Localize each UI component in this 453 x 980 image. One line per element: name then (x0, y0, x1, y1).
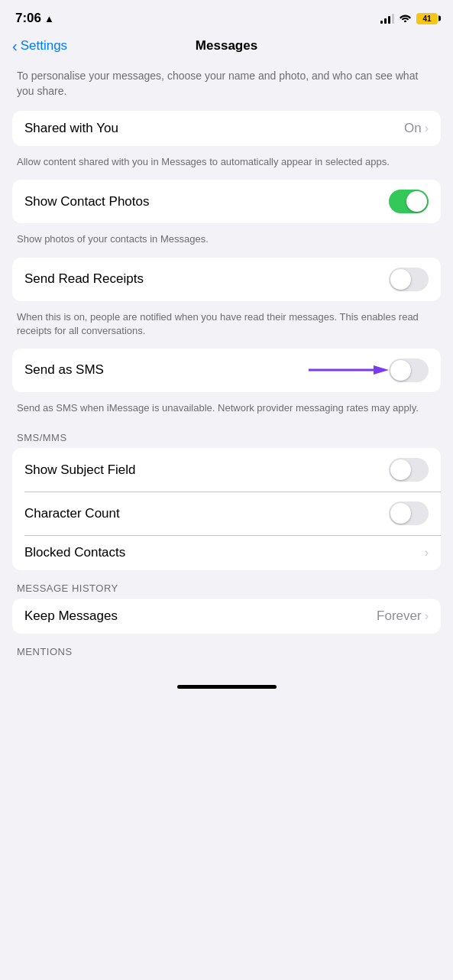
intro-description: To personalise your messages, choose you… (12, 63, 441, 111)
signal-bars (380, 13, 394, 24)
chevron-right-icon: › (425, 609, 429, 623)
toggle-thumb (390, 269, 411, 290)
send-as-sms-toggle[interactable] (389, 359, 429, 382)
signal-bar-2 (384, 18, 387, 24)
show-contact-photos-row: Show Contact Photos (12, 180, 441, 223)
shared-with-you-status: On (404, 121, 422, 136)
show-contact-photos-card: Show Contact Photos (12, 180, 441, 223)
shared-with-you-card: Shared with You On › (12, 111, 441, 146)
home-bar (177, 685, 277, 689)
send-as-sms-label: Send as SMS (24, 362, 104, 378)
back-button[interactable]: ‹ Settings (12, 37, 67, 55)
send-read-receipts-toggle[interactable] (389, 268, 429, 291)
shared-with-you-description: Allow content shared with you in Message… (12, 152, 441, 180)
signal-bar-3 (388, 16, 390, 24)
wifi-icon (399, 12, 412, 24)
svg-marker-1 (374, 365, 389, 375)
signal-bar-1 (380, 21, 383, 24)
toggle-thumb (390, 459, 411, 480)
show-contact-photos-label: Show Contact Photos (24, 194, 149, 209)
blocked-contacts-row[interactable]: Blocked Contacts › (12, 535, 441, 570)
keep-messages-value: Forever › (377, 608, 429, 624)
show-contact-photos-toggle[interactable] (389, 190, 429, 213)
send-as-sms-description: Send as SMS when iMessage is unavailable… (12, 398, 441, 426)
purple-arrow-svg (305, 362, 389, 378)
toggle-thumb (390, 503, 411, 524)
time-display: 7:06 (15, 11, 41, 26)
back-chevron-icon: ‹ (12, 37, 18, 55)
mentions-section: MENTIONS (12, 640, 441, 662)
show-contact-photos-description: Show photos of your contacts in Messages… (12, 229, 441, 257)
chevron-right-icon: › (425, 122, 429, 135)
shared-with-you-row[interactable]: Shared with You On › (12, 111, 441, 146)
toggle-thumb (390, 360, 411, 381)
status-bar: 7:06 ▲ 41 (0, 0, 453, 32)
character-count-row: Character Count (12, 492, 441, 535)
character-count-label: Character Count (24, 506, 120, 521)
send-as-sms-row: Send as SMS (12, 349, 441, 392)
mentions-header: MENTIONS (12, 640, 441, 662)
page-title: Messages (196, 38, 257, 54)
signal-bar-4 (392, 14, 394, 24)
message-history-section: MESSAGE HISTORY Keep Messages Forever › (12, 576, 441, 634)
nav-header: ‹ Settings Messages (0, 32, 453, 63)
show-subject-field-row: Show Subject Field (12, 448, 441, 492)
battery-indicator: 41 (416, 13, 438, 24)
send-read-receipts-description: When this is on, people are notified whe… (12, 307, 441, 349)
battery-level: 41 (422, 15, 431, 23)
blocked-contacts-chevron-icon: › (425, 546, 429, 560)
sms-mms-card: Show Subject Field Character Count Block… (12, 448, 441, 570)
message-history-card: Keep Messages Forever › (12, 599, 441, 634)
toggle-thumb (406, 191, 427, 212)
show-subject-field-toggle[interactable] (389, 458, 429, 482)
show-subject-field-label: Show Subject Field (24, 462, 136, 478)
status-right-icons: 41 (380, 12, 438, 24)
purple-arrow-annotation (305, 362, 389, 378)
blocked-contacts-label: Blocked Contacts (24, 545, 125, 560)
character-count-toggle[interactable] (389, 501, 429, 525)
shared-with-you-label: Shared with You (24, 121, 118, 136)
sms-mms-section-header: SMS/MMS (12, 426, 441, 448)
send-read-receipts-card: Send Read Receipts (12, 258, 441, 301)
settings-content: To personalise your messages, choose you… (0, 63, 453, 662)
send-read-receipts-row: Send Read Receipts (12, 258, 441, 301)
message-history-header: MESSAGE HISTORY (12, 576, 441, 599)
status-time: 7:06 ▲ (15, 11, 54, 26)
send-read-receipts-label: Send Read Receipts (24, 271, 144, 287)
location-icon: ▲ (44, 13, 54, 24)
keep-messages-label: Keep Messages (24, 608, 118, 624)
keep-messages-status: Forever (377, 608, 422, 624)
shared-with-you-value: On › (404, 121, 429, 136)
send-as-sms-card: Send as SMS (12, 349, 441, 392)
home-indicator (0, 677, 453, 696)
back-label: Settings (21, 38, 67, 54)
keep-messages-row[interactable]: Keep Messages Forever › (12, 599, 441, 634)
